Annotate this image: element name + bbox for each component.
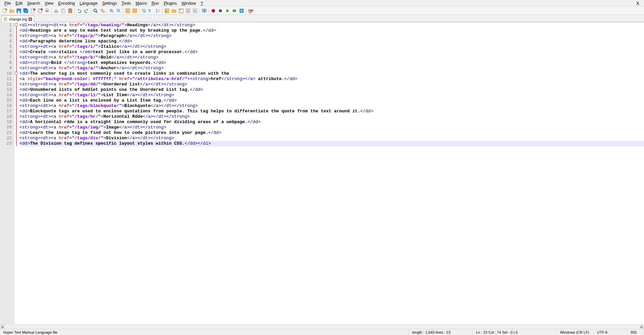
save-file-button[interactable] bbox=[15, 7, 22, 14]
zoom-in-button[interactable] bbox=[108, 7, 115, 14]
code-line[interactable]: <strong><dt><a href="/tags/p/">Paragraph… bbox=[19, 33, 644, 39]
sync-v-button[interactable] bbox=[124, 7, 131, 14]
cut-button[interactable] bbox=[53, 7, 59, 14]
doc-map-button[interactable] bbox=[178, 7, 184, 14]
toolbar-separator bbox=[139, 8, 139, 14]
svg-rect-12 bbox=[46, 9, 48, 10]
find-button[interactable] bbox=[92, 7, 99, 14]
menu-view[interactable]: View bbox=[42, 0, 56, 6]
code-line[interactable]: <dd>Create <em>italics </em>text just li… bbox=[19, 49, 644, 55]
svg-rect-47 bbox=[5, 20, 6, 20]
menu-plugins[interactable]: Plugins bbox=[161, 0, 179, 6]
doc-list-button[interactable] bbox=[185, 7, 191, 14]
close-file-icon bbox=[30, 8, 36, 13]
save-macro-icon bbox=[239, 8, 244, 13]
zoom-out-button[interactable] bbox=[115, 7, 122, 14]
svg-rect-32 bbox=[179, 9, 183, 13]
code-line[interactable]: <dd>Each line on a list is enclosed by a… bbox=[19, 98, 644, 103]
code-line[interactable]: <strong><dt><a href="/tags/hr/">Horizont… bbox=[19, 114, 644, 119]
print-icon bbox=[44, 8, 50, 13]
close-file-button[interactable] bbox=[30, 7, 36, 14]
zoom-out-icon bbox=[116, 8, 121, 13]
scroll-left-icon[interactable]: ◄ bbox=[0, 325, 5, 329]
menu-encoding[interactable]: Encoding bbox=[56, 0, 77, 6]
code-line[interactable]: <dd>The Division tag defines specific la… bbox=[19, 141, 644, 146]
new-file-button[interactable] bbox=[1, 7, 8, 14]
fold-toggle[interactable]: − bbox=[15, 72, 18, 75]
folder-doc-button[interactable] bbox=[171, 7, 177, 14]
line-number: 6 bbox=[0, 49, 12, 55]
show-all-button[interactable]: ¶ bbox=[147, 7, 154, 14]
fold-toggle[interactable]: − bbox=[15, 23, 18, 26]
menu-file[interactable]: File bbox=[2, 0, 13, 6]
window-close-button[interactable]: X bbox=[634, 1, 642, 6]
horizontal-scrollbar[interactable]: ◄ ► bbox=[0, 324, 644, 329]
svg-rect-45 bbox=[5, 18, 6, 18]
status-position: Ln : 23 Col : 74 Sel : 0 | 0 bbox=[473, 329, 557, 335]
status-encoding[interactable]: UTF-8 bbox=[594, 329, 627, 335]
replace-button[interactable] bbox=[99, 7, 106, 14]
close-all-button[interactable] bbox=[37, 7, 43, 14]
paste-button[interactable] bbox=[67, 7, 74, 14]
fold-column[interactable]: −− bbox=[14, 22, 19, 324]
open-file-button[interactable] bbox=[8, 7, 15, 14]
menu-search[interactable]: Search bbox=[25, 0, 42, 6]
svg-point-39 bbox=[204, 10, 205, 11]
new-file-icon bbox=[2, 8, 7, 13]
menu-settings[interactable]: Settings bbox=[100, 0, 119, 6]
code-line[interactable]: <strong><dt><a href="/tags/dd/">Unordere… bbox=[19, 82, 644, 87]
code-line[interactable]: <dd>Unnumbered lists of bddlet points us… bbox=[19, 87, 644, 92]
stop-macro-button[interactable] bbox=[217, 7, 224, 14]
status-mode[interactable]: INS bbox=[627, 329, 644, 335]
menu-tools[interactable]: Tools bbox=[119, 0, 133, 6]
code-line[interactable]: <strong><dt><a href="/tags/li/">List Ite… bbox=[19, 92, 644, 98]
menu-help[interactable]: ? bbox=[198, 0, 205, 6]
code-line[interactable]: <strong><dt><a href="/tags/div/">Divisio… bbox=[19, 136, 644, 141]
code-line[interactable]: <dd>The anchor tag is most commonly used… bbox=[19, 71, 644, 76]
cut-icon bbox=[53, 8, 59, 13]
copy-button[interactable] bbox=[60, 7, 67, 14]
code-line[interactable]: <strong><dt><a href="/tags/a/">Anchor</a… bbox=[19, 66, 644, 71]
play-macro-button[interactable] bbox=[224, 7, 231, 14]
code-line[interactable]: <strong><dt><a href="/tags/blockquote/">… bbox=[19, 103, 644, 109]
code-line[interactable]: <dl><strong><dt><a href="/tags/heading/"… bbox=[19, 23, 644, 28]
code-line[interactable]: <dd><strong>Bold </strong>text emphasize… bbox=[19, 60, 644, 66]
menu-run[interactable]: Run bbox=[149, 0, 161, 6]
code-line[interactable]: <strong><dt><a href="/tags/i/">Italics</… bbox=[19, 44, 644, 49]
undo-button[interactable] bbox=[76, 7, 83, 14]
print-button[interactable] bbox=[44, 7, 50, 14]
wordwrap-button[interactable] bbox=[140, 7, 147, 14]
lang-udl-button[interactable]: L bbox=[164, 7, 170, 14]
close-icon[interactable] bbox=[29, 17, 32, 21]
menu-language[interactable]: Language bbox=[77, 0, 100, 6]
func-list-button[interactable]: fx bbox=[192, 7, 199, 14]
save-all-button[interactable] bbox=[23, 7, 29, 14]
status-eol[interactable]: Windows (CR LF) bbox=[557, 329, 594, 335]
redo-button[interactable] bbox=[83, 7, 90, 14]
code-line[interactable]: <a style="background-color: #ffffff;" hr… bbox=[19, 76, 644, 82]
sync-h-button[interactable] bbox=[131, 7, 138, 14]
tab-change-log[interactable]: change.log bbox=[1, 15, 34, 22]
code-line[interactable]: <dd>Blockquote tags are used to enclose … bbox=[19, 109, 644, 114]
record-macro-button[interactable] bbox=[210, 7, 217, 14]
menu-edit[interactable]: Edit bbox=[13, 0, 25, 6]
code-line[interactable]: <dd>Paragraphs determine line spacing.</… bbox=[19, 39, 644, 44]
code-line[interactable]: <dd>Headings are a way to make text stan… bbox=[19, 28, 644, 33]
play-multi-button[interactable] bbox=[231, 7, 238, 14]
editor[interactable]: 1234567891011121314151617181920212223 −−… bbox=[0, 22, 644, 324]
code-line[interactable]: <strong><dt><a href="/tags/b/">Bold</a><… bbox=[19, 55, 644, 60]
monitor-button[interactable] bbox=[201, 7, 208, 14]
code-line[interactable]: <dd>Learn the image tag to find out how … bbox=[19, 130, 644, 136]
line-number: 11 bbox=[0, 76, 12, 82]
code-line[interactable]: <dd>A horizontal rdde is a straight line… bbox=[19, 119, 644, 125]
menu-macro[interactable]: Macro bbox=[133, 0, 149, 6]
svg-rect-38 bbox=[204, 12, 205, 13]
indent-guide-button[interactable] bbox=[155, 7, 161, 14]
line-number: 1 bbox=[0, 23, 12, 28]
code-line[interactable]: <strong><dt><a href="/tags/img/">Image</… bbox=[19, 125, 644, 130]
spellcheck-button[interactable]: ABC bbox=[247, 7, 254, 14]
save-macro-button[interactable] bbox=[238, 7, 245, 14]
menu-window[interactable]: Window bbox=[179, 0, 199, 6]
scroll-right-icon[interactable]: ► bbox=[639, 325, 644, 329]
code-area[interactable]: <dl><strong><dt><a href="/tags/heading/"… bbox=[19, 22, 644, 324]
